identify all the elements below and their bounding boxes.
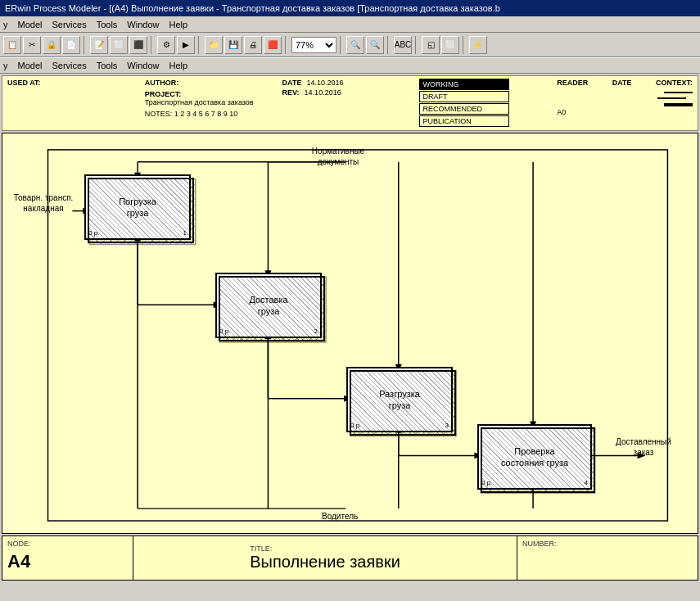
menu-bar-1: y Model Services Tools Window Help	[0, 16, 700, 33]
context-line-2	[657, 97, 686, 99]
menu-item-window[interactable]: Window	[127, 20, 159, 29]
box-razgruzka-cost: 0 р.	[350, 422, 361, 429]
box-proverka-num: 4	[585, 479, 588, 486]
toolbar-btn-10[interactable]: 📁	[205, 36, 223, 54]
used-at-cell: USED AT:	[7, 79, 143, 128]
toolbar-btn-7[interactable]: ⬛	[129, 36, 147, 54]
author-cell: AUTHOR: PROJECT: Транспортная доставка з…	[145, 79, 281, 128]
box-proverka-cost: 0 р.	[481, 479, 492, 486]
node-label: NODE:	[7, 540, 128, 548]
label-normativnye: Нормативныедокументы	[293, 146, 383, 167]
status-cell: WORKING DRAFT RECOMMENDED PUBLICATION	[419, 79, 555, 128]
toolbar-sep-5	[340, 36, 343, 54]
toolbar-btn-14[interactable]: ◱	[422, 36, 440, 54]
toolbar-btn-15[interactable]: ⬜	[441, 36, 459, 54]
menu2-item-help[interactable]: Help	[169, 61, 187, 70]
box-dostavka-num: 2	[314, 328, 318, 335]
menu2-item-model[interactable]: Model	[18, 61, 43, 70]
toolbar-btn-2[interactable]: ✂	[23, 36, 41, 54]
box-proverka[interactable]: Проверкасостояния груза 0 р. 4	[477, 424, 592, 490]
context-line-3	[664, 103, 693, 106]
toolbar-sep-4	[285, 36, 288, 54]
menu-bar-2: y Model Services Tools Window Help	[0, 57, 700, 74]
toolbar-btn-8[interactable]: ⚙	[157, 36, 175, 54]
reader-date-label: DATE	[612, 79, 632, 87]
menu-item-tools[interactable]: Tools	[97, 20, 118, 29]
title-bar: ERwin Process Modeler - [(A4) Выполнение…	[0, 0, 700, 16]
zoom-in-btn[interactable]: 🔍	[346, 36, 364, 54]
title-cell: TITLE: Выполнение заявки	[133, 536, 517, 580]
box-dostavka-label: Доставкагруза	[249, 294, 287, 318]
menu-item-model[interactable]: Model	[18, 20, 43, 29]
menu2-item-window[interactable]: Window	[127, 61, 159, 70]
toolbar-btn-12[interactable]: 🖨	[244, 36, 262, 54]
context-label: CONTEXT:	[656, 79, 693, 87]
toolbar-btn-11[interactable]: 💾	[224, 36, 242, 54]
menu2-item-services[interactable]: Services	[52, 61, 86, 70]
notes-label: NOTES: 1 2 3 4 5 6 7 8 9 10	[145, 110, 281, 118]
toolbar-sep-1	[84, 36, 87, 54]
date-label: DATE	[282, 79, 302, 87]
project-value: Транспортная доставка заказов	[145, 98, 281, 106]
toolbar-btn-4[interactable]: 📄	[62, 36, 80, 54]
toolbar: 📋 ✂ 🔒 📄 📝 ⬜ ⬛ ⚙ ▶ 📁 💾 🖨 🟥 77% 100% 50% 🔍…	[0, 33, 700, 57]
box-pogruzka-num: 1	[183, 229, 187, 237]
menu-item-y[interactable]: y	[3, 20, 8, 29]
toolbar-btn-5[interactable]: 📝	[90, 36, 108, 54]
node-value: A4	[7, 551, 128, 572]
toolbar-sep-3	[198, 36, 201, 54]
rev-label: REV:	[282, 88, 300, 97]
author-label: AUTHOR:	[145, 79, 281, 87]
label-voditel: Водитель	[322, 512, 358, 521]
toolbar-sep-2	[151, 36, 154, 54]
project-label: PROJECT:	[145, 90, 281, 98]
box-dostavka[interactable]: Доставкагруза 0 р. 2	[215, 273, 322, 338]
status-publication: PUBLICATION	[419, 115, 509, 127]
toolbar-btn-spell[interactable]: ABC	[394, 36, 412, 54]
date-cell: DATE 14.10.2016 REV: 14.10.2016	[282, 79, 418, 128]
title-label: TITLE:	[250, 545, 400, 553]
box-proverka-label: Проверкасостояния груза	[501, 445, 568, 469]
label-dostavlennyy: Доставленныйзаказ	[598, 436, 689, 458]
date-value: 14.10.2016	[306, 79, 343, 87]
status-working: WORKING	[419, 79, 509, 90]
toolbar-sep-7	[415, 36, 418, 54]
node-cell: NODE: A4	[2, 536, 133, 580]
menu2-item-y[interactable]: y	[3, 61, 8, 70]
menu2-item-tools[interactable]: Tools	[97, 61, 118, 70]
toolbar-btn-1[interactable]: 📋	[3, 36, 21, 54]
status-recommended: RECOMMENDED	[419, 103, 509, 115]
toolbar-btn-16[interactable]: ⚡	[469, 36, 487, 54]
title-text: ERwin Process Modeler - [(A4) Выполнение…	[5, 3, 500, 13]
bottom-info: NODE: A4 TITLE: Выполнение заявки NUMBER…	[2, 535, 698, 581]
toolbar-btn-3[interactable]: 🔒	[43, 36, 61, 54]
box-pogruzka-label: Погрузкагруза	[119, 196, 156, 219]
box-pogruzka[interactable]: Погрузкагруза 0 р. 1	[84, 174, 191, 240]
node-a0: A0	[557, 108, 693, 116]
reader-label: READER	[557, 79, 588, 87]
box-razgruzka-num: 3	[445, 422, 449, 429]
toolbar-sep-6	[387, 36, 391, 54]
number-cell: NUMBER:	[517, 536, 698, 580]
box-razgruzka[interactable]: Разгрузкагруза 0 р. 3	[346, 367, 453, 432]
toolbar-btn-6[interactable]: ⬜	[110, 36, 128, 54]
status-draft: DRAFT	[419, 91, 509, 102]
header-info: USED AT: AUTHOR: PROJECT: Транспортная д…	[2, 75, 698, 131]
rev-value: 14.10.2016	[305, 88, 341, 97]
number-label: NUMBER:	[522, 540, 693, 548]
menu-item-services[interactable]: Services	[52, 20, 86, 29]
reader-cell: READER DATE CONTEXT: A0	[557, 79, 693, 128]
zoom-out-btn[interactable]: 🔍	[366, 36, 384, 54]
box-dostavka-cost: 0 р.	[219, 328, 230, 335]
box-pogruzka-cost: 0 р.	[88, 229, 99, 237]
zoom-select[interactable]: 77% 100% 50%	[291, 37, 336, 53]
title-value: Выполнение заявки	[250, 553, 400, 572]
toolbar-btn-13[interactable]: 🟥	[264, 36, 282, 54]
label-tovarno: Товарн. трансп.накладная	[7, 192, 80, 214]
toolbar-sep-8	[463, 36, 466, 54]
menu-item-help[interactable]: Help	[169, 20, 187, 29]
diagram-area: Погрузкагруза 0 р. 1 Доставкагруза 0 р. …	[2, 133, 698, 534]
box-razgruzka-label: Разгрузкагруза	[379, 388, 420, 412]
toolbar-btn-9[interactable]: ▶	[177, 36, 195, 54]
context-line-1	[664, 92, 693, 93]
